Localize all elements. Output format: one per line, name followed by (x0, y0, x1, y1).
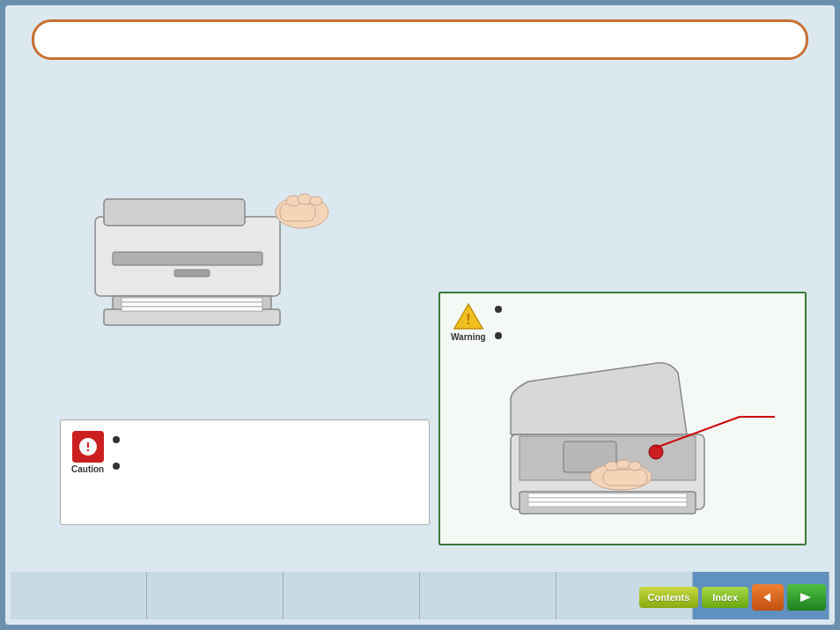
svg-rect-4 (113, 252, 262, 265)
caution-bullet-list (113, 431, 125, 470)
svg-point-29 (616, 460, 630, 469)
svg-rect-18 (528, 493, 687, 498)
svg-marker-32 (800, 593, 811, 602)
bottom-tab-4[interactable] (420, 572, 556, 619)
svg-rect-9 (280, 204, 315, 221)
contents-button[interactable]: Contents (639, 587, 699, 608)
warning-bullet-1 (495, 304, 507, 313)
warning-label: Warning (451, 332, 486, 342)
warning-icon-block: ! Warning (451, 302, 486, 342)
caution-box: Caution (60, 419, 430, 525)
svg-rect-20 (528, 502, 687, 507)
caution-icon-block: Caution (71, 431, 104, 474)
caution-icon-img (72, 431, 104, 463)
content-area: Caution ! (16, 76, 824, 572)
bottom-tab-2[interactable] (147, 572, 284, 619)
warning-dot-1 (495, 306, 502, 313)
svg-rect-1 (104, 199, 245, 226)
warning-bullet-list (495, 302, 507, 339)
title-bar (32, 19, 808, 60)
svg-rect-5 (122, 298, 262, 302)
svg-rect-3 (104, 309, 280, 325)
index-button[interactable]: Index (702, 587, 748, 608)
bullet-dot-1 (113, 436, 120, 443)
nav-buttons: Contents Index (639, 584, 826, 611)
bottom-tab-3[interactable] (284, 572, 420, 619)
caution-bullet-2 (113, 461, 125, 470)
right-printer-illustration (493, 337, 787, 535)
svg-rect-19 (528, 498, 687, 502)
main-container: Caution ! (5, 5, 835, 625)
svg-rect-6 (122, 302, 262, 307)
warning-panel: ! Warning (438, 292, 807, 545)
caution-bullet-1 (113, 434, 125, 443)
svg-rect-27 (603, 470, 647, 485)
next-button[interactable] (787, 584, 826, 611)
caution-label: Caution (71, 464, 104, 474)
svg-marker-31 (763, 593, 770, 602)
svg-rect-13 (174, 270, 210, 277)
svg-text:!: ! (466, 311, 470, 327)
bottom-tab-1[interactable] (11, 572, 147, 619)
svg-point-11 (298, 194, 312, 204)
svg-rect-7 (122, 307, 262, 311)
svg-point-12 (310, 196, 322, 205)
svg-point-30 (629, 462, 641, 471)
prev-button[interactable] (752, 584, 784, 611)
bullet-dot-2 (113, 463, 120, 470)
left-printer-illustration (69, 164, 350, 340)
